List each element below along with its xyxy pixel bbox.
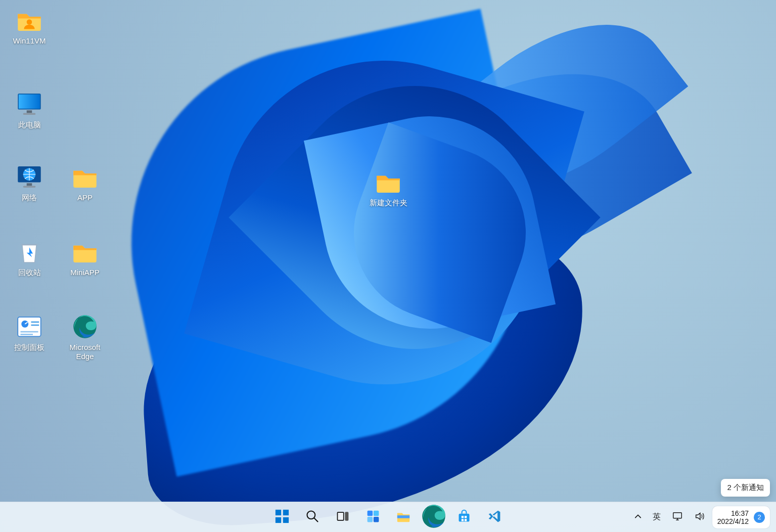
taskbar-start-button[interactable] — [269, 505, 295, 530]
clock-time: 16:37 — [717, 509, 749, 517]
svg-rect-28 — [397, 515, 409, 518]
svg-rect-23 — [345, 512, 348, 521]
svg-rect-35 — [673, 512, 681, 518]
desktop-icon-app-folder[interactable]: APP — [60, 163, 110, 202]
taskbar-ms-store-button[interactable] — [451, 505, 477, 530]
edge-icon — [71, 313, 99, 341]
svg-rect-31 — [461, 516, 463, 518]
taskbar-task-view-button[interactable] — [330, 505, 355, 530]
desktop-icon-label: Microsoft Edge — [60, 343, 110, 361]
svg-rect-24 — [367, 510, 373, 516]
desktop-icon-new-folder[interactable]: 新建文件夹 — [363, 168, 414, 207]
svg-rect-11 — [31, 322, 39, 323]
svg-rect-7 — [27, 183, 32, 186]
svg-rect-27 — [373, 516, 379, 522]
svg-rect-32 — [464, 516, 466, 518]
folder-icon — [71, 238, 99, 266]
desktop-icon-network[interactable]: 网络 — [4, 163, 55, 202]
clock-notification-area[interactable]: 16:37 2022/4/12 2 — [712, 506, 770, 528]
clock-date: 2022/4/12 — [717, 517, 749, 525]
notification-tooltip: 2 个新通知 — [721, 479, 770, 497]
svg-rect-9 — [18, 317, 41, 337]
desktop[interactable]: Win11VM此电脑网络APP回收站MiniAPP控制面板Microsoft E… — [0, 0, 776, 532]
start-icon — [275, 509, 290, 526]
desktop-icon-recycle-bin[interactable]: 回收站 — [4, 238, 55, 277]
taskbar-file-explorer-button[interactable] — [391, 505, 416, 530]
svg-rect-33 — [461, 519, 463, 521]
taskbar: 英 16:37 2022/4/12 2 — [0, 502, 776, 532]
desktop-icon-label: 新建文件夹 — [363, 198, 414, 207]
network-tray-icon — [672, 511, 683, 524]
taskbar-search-button[interactable] — [300, 505, 325, 530]
desktop-icon-label: Win11VM — [4, 36, 55, 46]
svg-rect-4 — [23, 113, 36, 115]
volume-tray-button[interactable] — [690, 505, 709, 530]
store-icon — [457, 509, 471, 525]
taskview-icon — [336, 509, 350, 525]
svg-rect-34 — [464, 519, 466, 521]
desktop-icon-user-folder[interactable]: Win11VM — [4, 6, 55, 46]
desktop-icon-label: 此电脑 — [4, 120, 55, 129]
search-icon — [305, 509, 319, 525]
chevron-up-icon — [634, 513, 642, 522]
desktop-icon-label: 回收站 — [4, 268, 55, 277]
svg-rect-30 — [459, 513, 469, 521]
svg-rect-12 — [31, 325, 39, 326]
taskbar-edge-button[interactable] — [421, 505, 446, 530]
clock-text: 16:37 2022/4/12 — [717, 509, 749, 525]
folder-icon — [374, 168, 402, 196]
network-tray-button[interactable] — [668, 505, 687, 530]
ime-label: 英 — [653, 512, 661, 522]
tray-overflow-button[interactable] — [630, 505, 646, 530]
taskbar-widgets-button[interactable] — [360, 505, 386, 530]
recycle-icon — [15, 238, 43, 266]
edge-icon — [420, 502, 448, 533]
svg-rect-14 — [21, 334, 33, 335]
desktop-icon-label: 控制面板 — [4, 343, 55, 352]
desktop-icon-this-pc[interactable]: 此电脑 — [4, 90, 55, 129]
taskbar-vscode-button[interactable] — [482, 505, 507, 530]
explorer-icon — [396, 509, 411, 526]
svg-rect-2 — [19, 95, 40, 109]
desktop-icon-miniapp-folder[interactable]: MiniAPP — [60, 238, 110, 277]
svg-rect-19 — [283, 517, 288, 522]
desktop-icon-label: MiniAPP — [60, 268, 110, 277]
cpanel-icon — [15, 313, 43, 341]
notification-badge: 2 — [754, 512, 765, 523]
system-tray: 英 16:37 2022/4/12 2 — [630, 502, 776, 532]
svg-rect-22 — [338, 513, 343, 520]
wallpaper-bloom — [0, 0, 776, 532]
network-icon — [15, 163, 43, 191]
svg-rect-17 — [283, 509, 288, 515]
desktop-icon-label: 网络 — [4, 193, 55, 202]
svg-rect-13 — [21, 331, 38, 333]
vscode-icon — [487, 509, 501, 525]
svg-rect-8 — [23, 186, 36, 188]
svg-rect-3 — [27, 110, 32, 113]
monitor-icon — [15, 90, 43, 118]
svg-rect-18 — [275, 517, 281, 522]
svg-rect-26 — [367, 516, 373, 522]
desktop-icon-control-panel[interactable]: 控制面板 — [4, 313, 55, 352]
volume-icon — [694, 511, 705, 524]
user-folder-icon — [15, 6, 43, 34]
desktop-icon-edge[interactable]: Microsoft Edge — [60, 313, 110, 361]
widgets-icon — [366, 509, 380, 525]
desktop-icon-label: APP — [60, 193, 110, 202]
svg-rect-25 — [373, 510, 379, 516]
svg-point-0 — [27, 19, 32, 25]
svg-rect-16 — [275, 509, 281, 515]
ime-indicator[interactable]: 英 — [649, 505, 665, 530]
folder-icon — [71, 163, 99, 191]
